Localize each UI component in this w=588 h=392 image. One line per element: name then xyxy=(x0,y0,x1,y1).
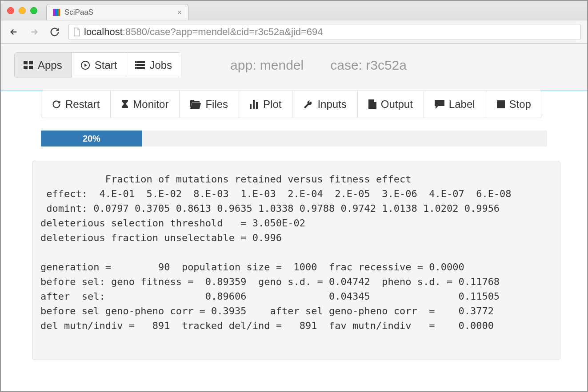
browser-tab[interactable]: SciPaaS × xyxy=(46,4,188,20)
case-id-label: case: r3c52a xyxy=(330,58,407,73)
output-button[interactable]: Output xyxy=(358,91,424,118)
tab-title: SciPaaS xyxy=(64,8,172,17)
nav-apps-button[interactable]: Apps xyxy=(14,52,72,78)
grid-icon xyxy=(24,61,33,70)
browser-nav-bar: localhost:8580/case?app=mendel&cid=r3c52… xyxy=(1,20,587,43)
progress-container: 20% xyxy=(1,118,587,154)
play-circle-icon xyxy=(80,60,90,70)
page-icon xyxy=(73,28,80,36)
plot-label: Plot xyxy=(263,98,281,111)
console-output: Fraction of mutations retained versus fi… xyxy=(32,161,560,360)
nav-start-label: Start xyxy=(95,59,117,71)
file-icon xyxy=(368,99,376,109)
progress-text: 20% xyxy=(83,134,100,144)
stop-button[interactable]: Stop xyxy=(486,91,542,118)
svg-rect-14 xyxy=(497,100,505,108)
files-button[interactable]: Files xyxy=(180,91,239,118)
nav-forward-button[interactable] xyxy=(28,25,41,39)
tab-bar: SciPaaS × xyxy=(1,1,587,20)
restart-button[interactable]: Restart xyxy=(41,91,111,118)
wrench-icon xyxy=(303,99,313,109)
favicon-icon xyxy=(53,9,60,16)
toolbar: Restart Monitor Files Plot Inputs Output… xyxy=(41,91,542,118)
folder-open-icon xyxy=(190,100,201,109)
svg-rect-12 xyxy=(253,100,255,109)
svg-rect-0 xyxy=(24,61,28,64)
app-name-label: app: mendel xyxy=(230,58,304,73)
plot-button[interactable]: Plot xyxy=(239,91,292,118)
svg-rect-13 xyxy=(256,102,258,109)
progress-bar-fill: 20% xyxy=(41,131,142,147)
window-maximize-button[interactable] xyxy=(30,7,37,14)
comment-icon xyxy=(435,100,444,109)
nav-jobs-label: Jobs xyxy=(149,59,172,71)
window-controls xyxy=(7,7,37,14)
refresh-icon xyxy=(52,100,61,109)
hourglass-icon xyxy=(121,99,128,109)
stop-label: Stop xyxy=(509,98,531,111)
app-header: Apps Start Jobs app: mendel case: r3c52a xyxy=(1,44,587,91)
restart-label: Restart xyxy=(65,98,100,111)
label-button[interactable]: Label xyxy=(424,91,486,118)
server-icon xyxy=(135,61,145,70)
main-nav-group: Apps Start Jobs xyxy=(14,52,181,78)
nav-apps-label: Apps xyxy=(38,59,62,71)
url-text: localhost:8580/case?app=mendel&cid=r3c52… xyxy=(84,26,323,38)
label-label: Label xyxy=(449,98,475,111)
svg-point-9 xyxy=(136,65,137,66)
svg-rect-3 xyxy=(29,66,33,69)
nav-back-button[interactable] xyxy=(7,25,20,39)
bar-chart-icon xyxy=(250,100,259,109)
stop-icon xyxy=(497,100,505,108)
svg-rect-11 xyxy=(250,104,252,109)
toolbar-row: Restart Monitor Files Plot Inputs Output… xyxy=(1,91,587,118)
window-close-button[interactable] xyxy=(7,7,14,14)
progress-bar-track: 20% xyxy=(41,131,547,147)
svg-point-10 xyxy=(136,68,137,69)
output-label: Output xyxy=(381,98,413,111)
monitor-button[interactable]: Monitor xyxy=(111,91,180,118)
nav-jobs-button[interactable]: Jobs xyxy=(126,52,181,78)
inputs-button[interactable]: Inputs xyxy=(292,91,357,118)
inputs-label: Inputs xyxy=(317,98,346,111)
svg-point-8 xyxy=(136,62,137,63)
header-info: app: mendel case: r3c52a xyxy=(230,58,407,73)
tab-close-icon[interactable]: × xyxy=(177,8,182,17)
svg-rect-2 xyxy=(24,66,28,69)
monitor-label: Monitor xyxy=(133,98,168,111)
nav-start-button[interactable]: Start xyxy=(72,52,127,78)
window-minimize-button[interactable] xyxy=(19,7,26,14)
browser-chrome: SciPaaS × localhost:8580/case?app=mendel… xyxy=(1,1,587,44)
url-bar[interactable]: localhost:8580/case?app=mendel&cid=r3c52… xyxy=(68,24,581,40)
svg-rect-1 xyxy=(29,61,33,64)
nav-reload-button[interactable] xyxy=(48,25,61,39)
files-label: Files xyxy=(205,98,228,111)
